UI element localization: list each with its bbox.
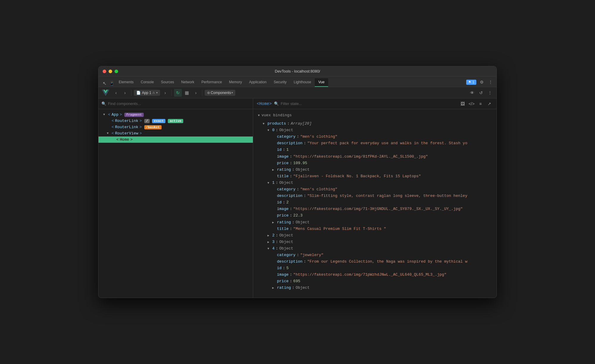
devtools-window: DevTools - localhost:8080/ ↖ 📱 Elements … xyxy=(98,66,497,298)
filter-state-input[interactable] xyxy=(281,101,331,106)
settings-badge[interactable]: ⚑ 1 xyxy=(466,80,476,85)
components-selector[interactable]: ⊕ Components ▾ xyxy=(205,90,235,96)
pages-label: Components xyxy=(211,91,231,95)
tree-item-app[interactable]: ▼ <App> fragment xyxy=(98,112,253,118)
cursor-icon[interactable]: ↖ xyxy=(101,80,108,87)
item-4-rating: ▶ rating: Object xyxy=(258,285,492,291)
selected-component-name: <Home> xyxy=(257,101,272,106)
item-3-header: ▶ 3: Object xyxy=(258,239,492,245)
traffic-lights xyxy=(103,70,118,73)
reload-icon[interactable]: ↺ xyxy=(477,89,485,96)
tree-item-home[interactable]: <Home> xyxy=(98,136,253,143)
tree-item-routerview[interactable]: ▼ <RouterView> xyxy=(98,130,253,136)
tree-item-routerlink-1[interactable]: <RouterLink> / exact active xyxy=(98,118,253,124)
find-components-input[interactable] xyxy=(108,101,250,106)
toolbar-right: 👁 ↺ ⋮ xyxy=(469,89,494,96)
tab-elements[interactable]: Elements xyxy=(115,78,137,87)
active-badge: active xyxy=(168,119,183,123)
item-4-id: id: 5 xyxy=(258,265,492,272)
fragment-badge: fragment xyxy=(124,113,144,117)
vuex-section-header[interactable]: ▼ vuex bindings xyxy=(258,112,492,119)
tab-console[interactable]: Console xyxy=(137,78,157,87)
item-1-price: price: 22.3 xyxy=(258,212,492,219)
item-1-description: description: "Slim-fitting style, contra… xyxy=(258,193,492,199)
grid-icon[interactable]: ▦ xyxy=(183,89,191,97)
vuex-section-label: vuex bindings xyxy=(262,112,292,119)
item-0-rating: ▶ rating: Object xyxy=(258,167,492,173)
item-0-description: description: "Your perfect pack for ever… xyxy=(258,140,492,147)
tab-security[interactable]: Security xyxy=(270,78,290,87)
item-4-header: ▼ 4: Object xyxy=(258,245,492,252)
forward-button[interactable]: › xyxy=(121,89,129,97)
item-0-category: category: "men's clothing" xyxy=(258,134,492,140)
item-1-category: category: "men's clothing" xyxy=(258,186,492,193)
main-content: 🔍 ▼ <App> fragment <RouterLink> / exact … xyxy=(98,98,497,298)
tab-application[interactable]: Application xyxy=(245,78,270,87)
app-label: App 1 xyxy=(142,91,151,95)
settings-icon[interactable]: ⚙ xyxy=(478,79,485,86)
open-external-icon[interactable]: ↗ xyxy=(486,100,493,107)
eye-icon[interactable]: 👁 xyxy=(469,89,476,96)
tree-item-routerlink-2[interactable]: <RouterLink> /basket xyxy=(98,124,253,130)
item-1-title: title: "Mens Casual Premium Slim Fit T-S… xyxy=(258,226,492,232)
separator-1 xyxy=(131,90,131,96)
item-4-image: image: "https://fakestoreapi.com/img/71p… xyxy=(258,272,492,278)
tab-lighthouse[interactable]: Lighthouse xyxy=(290,78,315,87)
tab-performance[interactable]: Performance xyxy=(198,78,226,87)
refresh-icon[interactable]: ↻ xyxy=(174,89,182,97)
state-toolbar-right: 🖼 </> ≡ ↗ xyxy=(459,100,493,107)
component-tree: ▼ <App> fragment <RouterLink> / exact ac… xyxy=(98,109,253,298)
back-button[interactable]: ‹ xyxy=(112,89,120,97)
list-icon[interactable]: ≡ xyxy=(477,100,484,107)
filter-icon: 🔍 xyxy=(274,101,279,106)
more-apps-icon[interactable]: › xyxy=(161,89,169,97)
filter-input-container: 🔍 xyxy=(274,101,457,106)
tab-vue[interactable]: Vue xyxy=(315,78,328,87)
item-0-id: id: 1 xyxy=(258,147,492,153)
chevron-right-icon[interactable]: › xyxy=(192,89,200,97)
tab-network[interactable]: Network xyxy=(178,78,198,87)
tab-memory[interactable]: Memory xyxy=(226,78,245,87)
close-button[interactable] xyxy=(103,70,106,73)
item-2-header: ▶ 2: Object xyxy=(258,232,492,239)
badge-count: 1 xyxy=(472,80,474,84)
item-0-image: image: "https://fakestoreapi.com/img/81f… xyxy=(258,153,492,160)
item-0-title: title: "Fjallraven - Foldsack No. 1 Back… xyxy=(258,173,492,180)
state-content: ▼ vuex bindings ▼ products: Array[20] ▼ … xyxy=(253,109,497,298)
item-1-id: id: 2 xyxy=(258,199,492,206)
basket-badge: /basket xyxy=(144,125,162,129)
item-1-rating: ▶ rating: Object xyxy=(258,219,492,226)
tab-sources[interactable]: Sources xyxy=(157,78,178,87)
vue-logo xyxy=(101,89,110,97)
minimize-button[interactable] xyxy=(109,70,112,73)
products-expand[interactable]: ▼ xyxy=(263,121,266,126)
item-4-price: price: 695 xyxy=(258,278,492,285)
vue-toolbar: ‹ › 📄 App 1 ⚠ ▾ › ↻ ▦ › ⊕ Components ▾ 👁… xyxy=(98,87,497,98)
nav-tab-icons: ⚑ 1 ⚙ ⋮ xyxy=(466,79,494,87)
title-bar: DevTools - localhost:8080/ xyxy=(98,66,497,76)
right-panel: <Home> 🔍 🖼 </> ≡ ↗ ▼ vuex bindings xyxy=(253,98,497,298)
search-icon: 🔍 xyxy=(101,101,106,106)
device-icon[interactable]: 📱 xyxy=(108,80,115,87)
separator-3 xyxy=(202,90,202,96)
separator-2 xyxy=(171,90,172,96)
slash-badge: / xyxy=(144,119,150,123)
search-bar: 🔍 xyxy=(98,98,253,109)
item-1-image: image: "https://fakestoreapi.com/img/71-… xyxy=(258,206,492,212)
expand-arrow-app[interactable]: ▼ xyxy=(103,113,107,116)
code-icon[interactable]: </> xyxy=(468,100,475,107)
more-icon[interactable]: ⋮ xyxy=(487,79,494,86)
vuex-expand-icon[interactable]: ▼ xyxy=(258,113,260,118)
nav-tabs: ↖ 📱 Elements Console Sources Network Per… xyxy=(98,76,497,87)
window-title: DevTools - localhost:8080/ xyxy=(275,69,320,73)
item-4-category: category: "jewelery" xyxy=(258,252,492,258)
toolbar-more-icon[interactable]: ⋮ xyxy=(486,89,494,96)
products-row: ▼ products: Array[20] xyxy=(258,120,492,127)
maximize-button[interactable] xyxy=(115,70,118,73)
screenshot-icon[interactable]: 🖼 xyxy=(459,100,466,107)
item-0-price: price: 109.95 xyxy=(258,160,492,167)
app-selector[interactable]: 📄 App 1 ⚠ ▾ xyxy=(134,90,160,96)
item-0-header: ▼ 0: Object xyxy=(258,127,492,134)
item-4-description: description: "From our Legends Collectio… xyxy=(258,258,492,265)
exact-badge: exact xyxy=(152,119,165,123)
